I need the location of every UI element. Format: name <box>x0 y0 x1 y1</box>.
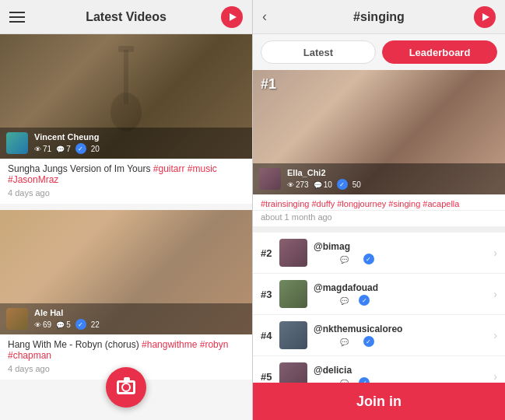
chevron-4: › <box>493 329 497 341</box>
record-fab-button[interactable] <box>106 367 146 408</box>
user-info-2: Ale Hal 69 5 ✓ 22 <box>34 308 100 330</box>
tab-leaderboard[interactable]: Leaderboard <box>382 40 497 64</box>
left-header: Latest Videos <box>0 0 252 34</box>
l5-comments: 9 <box>340 379 355 383</box>
l4-likes: 37 <box>379 338 388 346</box>
leader-avatar-3 <box>279 280 307 308</box>
leader-stats-2: 400 15 ✓ 43 <box>314 254 493 264</box>
comments-1: 7 <box>56 145 71 153</box>
views-2: 69 <box>34 320 51 329</box>
l4-comments: 14 <box>340 338 359 346</box>
comment-icon-1 <box>56 145 65 153</box>
stats-1: 71 7 ✓ 20 <box>34 143 100 154</box>
chevron-3: › <box>493 288 497 300</box>
featured-meta: Ella_Chi2 273 10 ✓ 50 <box>253 163 505 194</box>
featured-likes: 50 <box>352 180 361 189</box>
chevron-5: › <box>493 370 497 383</box>
right-header: ‹ #singing <box>253 0 505 34</box>
views-1: 71 <box>34 145 51 153</box>
video-desc-2: Hang With Me - Robyn (chorus) #hangwithm… <box>0 334 252 362</box>
camera-icon <box>117 380 135 394</box>
l2-like-icon: ✓ <box>363 254 374 264</box>
leader-rank-5: #5 <box>261 371 279 383</box>
video-time-1: 4 days ago <box>0 187 252 204</box>
leader-name-2: @bimag <box>314 241 493 252</box>
like-icon-2: ✓ <box>75 319 86 330</box>
right-play-button[interactable] <box>474 6 496 28</box>
video-card-2: Ale Hal 69 5 ✓ 22 <box>0 210 252 380</box>
l3-like-icon: ✓ <box>359 295 370 306</box>
l2-comment <box>340 255 349 264</box>
l5-comment <box>340 379 349 383</box>
leader-info-2: @bimag 400 15 ✓ 43 <box>314 241 493 264</box>
l4-views: 366 <box>314 338 335 346</box>
likes-1: 20 <box>91 145 100 153</box>
l3-comments: 6 <box>340 296 355 305</box>
featured-comment-icon <box>314 180 322 189</box>
leader-stats-3: 152 6 ✓ 38 <box>314 295 493 306</box>
featured-eye-icon <box>287 180 294 189</box>
svg-rect-1 <box>124 50 128 104</box>
hamburger-menu[interactable] <box>9 12 25 23</box>
left-play-button[interactable] <box>221 6 243 28</box>
l5-views: 300 <box>314 379 335 383</box>
l4-comment <box>340 338 349 346</box>
l3-views: 152 <box>314 296 335 305</box>
left-title: Latest Videos <box>86 10 167 24</box>
avatar-2 <box>6 308 28 330</box>
back-button[interactable]: ‹ <box>262 9 267 25</box>
right-title: #singing <box>353 10 405 24</box>
leader-item-3[interactable]: #3 @magdafouad 152 6 ✓ 38 <box>253 274 505 315</box>
leader-stats-5: 300 9 ✓ 22 <box>314 377 493 383</box>
l2-comments: 15 <box>340 255 359 264</box>
leader-item-2[interactable]: #2 @bimag 400 15 ✓ 43 <box>253 233 505 274</box>
featured-name: Ella_Chi2 <box>287 168 361 177</box>
l2-eye <box>314 255 321 264</box>
eye-icon-1 <box>34 145 41 153</box>
leader-item-4[interactable]: #4 @nkthemusicaloreo 366 14 ✓ 37 <box>253 315 505 356</box>
video-meta-2: Ale Hal 69 5 ✓ 22 <box>0 303 252 334</box>
leader-avatar-4 <box>279 321 307 349</box>
tabs-row: Latest Leaderboard <box>253 34 505 70</box>
featured-hashtags[interactable]: #trainsinging #duffy #longjourney #singi… <box>253 194 505 211</box>
video-thumb-1[interactable]: Vincent Cheung 71 7 ✓ 20 <box>0 34 252 159</box>
leader-info-3: @magdafouad 152 6 ✓ 38 <box>314 282 493 306</box>
chevron-2: › <box>493 247 497 259</box>
likes-2: 22 <box>91 320 100 329</box>
video-desc-1: Sungha Jungs Version of Im Yours #guitar… <box>0 159 252 187</box>
leader-rank-3: #3 <box>261 289 279 300</box>
avatar-1 <box>6 132 28 154</box>
leader-info-4: @nkthemusicaloreo 366 14 ✓ 37 <box>314 324 493 347</box>
left-panel: Latest Videos Vincent Cheung 71 <box>0 0 253 420</box>
leader-item-5[interactable]: #5 @delicia 300 9 ✓ 22 <box>253 356 505 383</box>
featured-views: 273 <box>287 180 309 189</box>
featured-info: Ella_Chi2 273 10 ✓ 50 <box>287 168 361 190</box>
leader-stats-4: 366 14 ✓ 37 <box>314 336 493 347</box>
featured-like-icon: ✓ <box>337 179 348 190</box>
l2-likes: 43 <box>379 255 388 264</box>
leader-rank-2: #2 <box>261 247 279 259</box>
leader-name-4: @nkthemusicaloreo <box>314 324 493 334</box>
video-meta-1: Vincent Cheung 71 7 ✓ 20 <box>0 128 252 159</box>
user-name-2: Ale Hal <box>34 308 100 317</box>
featured-avatar <box>259 168 281 190</box>
join-in-button[interactable]: Join in <box>253 383 505 420</box>
l3-likes: 38 <box>374 296 383 305</box>
l3-comment <box>340 296 349 305</box>
user-name-1: Vincent Cheung <box>34 132 100 142</box>
user-info-1: Vincent Cheung 71 7 ✓ 20 <box>34 132 100 154</box>
video-thumb-2[interactable]: Ale Hal 69 5 ✓ 22 <box>0 210 252 334</box>
l5-likes: 22 <box>374 379 383 383</box>
l3-eye <box>314 296 321 305</box>
featured-timestamp: about 1 month ago <box>253 211 505 233</box>
leaderboard-list: #2 @bimag 400 15 ✓ 43 <box>253 233 505 383</box>
video-card-1: Vincent Cheung 71 7 ✓ 20 <box>0 34 252 204</box>
featured-stats: 273 10 ✓ 50 <box>287 179 361 190</box>
comment-icon-2 <box>56 320 65 329</box>
leader-avatar-2 <box>279 239 307 267</box>
leader-avatar-5 <box>279 362 307 383</box>
featured-video[interactable]: #1 Ella_Chi2 273 10 ✓ 50 <box>253 70 505 194</box>
eye-icon-2 <box>34 320 41 329</box>
tab-latest[interactable]: Latest <box>261 40 376 64</box>
leader-name-3: @magdafouad <box>314 282 493 293</box>
